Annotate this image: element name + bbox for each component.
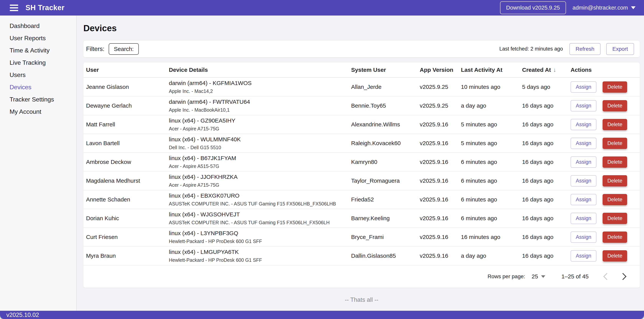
assign-button[interactable]: Assign [570,250,596,262]
sidebar-item-users[interactable]: Users [0,69,76,81]
pagination-range: 1–25 of 45 [562,273,588,280]
column-header-created-at[interactable]: Created At ↓ [522,67,570,73]
cell-app-version: v2025.9.16 [420,234,461,240]
delete-button[interactable]: Delete [602,156,627,168]
table-row: Jeanne Gislason darwin (arm64) - KGFMIA1… [84,78,640,96]
assign-button[interactable]: Assign [570,175,596,187]
last-fetched-text: Last fetched: 2 minutes ago [499,46,563,52]
table-row: Curt Friesen linux (x64) - L3YNPBF3GQ He… [84,228,640,247]
delete-button[interactable]: Delete [602,81,627,93]
assign-button[interactable]: Assign [570,232,596,243]
cell-system-user: Bryce_Frami [351,234,420,240]
download-button[interactable]: Download v2025.9.25 [500,1,566,14]
cell-created-at: 16 days ago [522,178,570,184]
sidebar-item-time-activity[interactable]: Time & Activity [0,44,76,56]
table-row: Matt Farrell linux (x64) - GZ90EA5IHY Ac… [84,115,640,134]
cell-system-user: Alexandrine.Willms [351,121,420,128]
rows-per-page-select[interactable]: 25 [532,273,545,280]
assign-button[interactable]: Assign [570,81,596,93]
delete-button[interactable]: Delete [602,250,627,262]
cell-actions: Assign Delete [570,138,640,149]
cell-app-version: v2025.9.16 [420,253,461,259]
assign-button[interactable]: Assign [570,194,596,205]
cell-last-activity-at: 16 minutes ago [461,234,522,240]
sidebar: DashboardUser ReportsTime & ActivityLive… [0,15,77,311]
delete-button[interactable]: Delete [602,100,627,111]
delete-button[interactable]: Delete [602,175,627,187]
assign-button[interactable]: Assign [570,156,596,168]
sidebar-item-user-reports[interactable]: User Reports [0,32,76,44]
cell-last-activity-at: 10 minutes ago [461,84,522,90]
device-id-text: linux (x64) - EBXGK07URO [169,192,351,199]
menu-icon[interactable] [10,4,18,11]
cell-user: Lavon Bartell [86,140,169,146]
search-filter-button[interactable]: Search: [109,43,139,55]
main-content: Devices Filters: Search: Last fetched: 2… [77,15,644,311]
sidebar-item-dashboard[interactable]: Dashboard [0,20,76,32]
cell-user: Dewayne Gerlach [86,102,169,109]
next-page-button[interactable] [620,273,626,280]
table-row: Dorian Kuhic linux (x64) - WJGSOHVEJT AS… [84,209,640,228]
cell-device-details: linux (x64) - L3YNPBF3GQ Hewlett-Packard… [169,230,351,244]
cell-created-at: 5 days ago [522,84,570,90]
pagination-bar: Rows per page: 25 1–25 of 45 [84,265,640,288]
app-version-text: v2025.10.02 [6,312,39,319]
device-model-text: Hewlett-Packard - HP ProDesk 600 G1 SFF [169,239,351,244]
refresh-button[interactable]: Refresh [570,43,600,55]
assign-button[interactable]: Assign [570,138,596,149]
assign-button[interactable]: Assign [570,213,596,224]
device-id-text: darwin (arm64) - KGFMIA1WOS [169,80,351,86]
cell-user: Myra Braun [86,253,169,259]
sidebar-item-devices[interactable]: Devices [0,81,76,93]
table-row: Annette Schaden linux (x64) - EBXGK07URO… [84,190,640,209]
app-window: SH Tracker Download v2025.9.25 admin@sht… [0,0,644,319]
cell-actions: Assign Delete [570,100,640,111]
device-model-text: Apple Inc. - Mac14,2 [169,88,351,94]
assign-button[interactable]: Assign [570,119,596,130]
sidebar-item-my-account[interactable]: My Account [0,105,76,118]
table-header: User Device Details System User App Vers… [84,62,640,78]
cell-user: Jeanne Gislason [86,84,169,90]
delete-button[interactable]: Delete [602,119,627,130]
delete-button[interactable]: Delete [602,213,627,224]
assign-button[interactable]: Assign [570,100,596,111]
cell-actions: Assign Delete [570,81,640,93]
table-body: Jeanne Gislason darwin (arm64) - KGFMIA1… [84,78,640,265]
column-header-system-user: System User [351,67,420,73]
cell-user: Curt Friesen [86,234,169,240]
cell-actions: Assign Delete [570,232,640,243]
chevron-down-icon [541,275,545,278]
column-header-user: User [86,67,169,73]
export-button[interactable]: Export [606,43,634,55]
delete-button[interactable]: Delete [602,232,627,243]
sidebar-item-tracker-settings[interactable]: Tracker Settings [0,93,76,105]
cell-created-at: 16 days ago [522,196,570,203]
cell-system-user: Raleigh.Kovacek60 [351,140,420,146]
device-model-text: Acer - Aspire A515-57G [169,164,351,169]
cell-device-details: linux (x64) - WULMMNF40K Dell Inc. - Del… [169,136,351,150]
cell-last-activity-at: 6 minutes ago [461,178,522,184]
sidebar-item-live-tracking[interactable]: Live Tracking [0,56,76,69]
created-at-label: Created At [522,67,551,73]
table-row: Myra Braun linux (x64) - LMGUPYA6TK Hewl… [84,247,640,265]
cell-device-details: linux (x64) - LMGUPYA6TK Hewlett-Packard… [169,249,351,263]
cell-user: Matt Farrell [86,121,169,128]
filters-label: Filters: [86,45,104,52]
delete-button[interactable]: Delete [602,194,627,205]
devices-table: User Device Details System User App Vers… [84,62,640,288]
cell-created-at: 16 days ago [522,121,570,128]
cell-system-user: Frieda52 [351,196,420,203]
cell-created-at: 16 days ago [522,102,570,109]
cell-device-details: darwin (arm64) - FWTRVATU64 Apple Inc. -… [169,99,351,113]
device-model-text: ASUSTeK COMPUTER INC. - ASUS TUF Gaming … [169,201,351,207]
table-row: Lavon Bartell linux (x64) - WULMMNF40K D… [84,134,640,153]
cell-system-user: Allan_Jerde [351,84,420,90]
rows-per-page-label: Rows per page: [488,274,525,280]
cell-device-details: linux (x64) - JJOFKHRZKA Acer - Aspire A… [169,174,351,188]
filters-card: Filters: Search: Last fetched: 2 minutes… [84,40,640,57]
account-menu[interactable]: admin@shtracker.com [572,4,636,11]
device-model-text: Dell Inc. - Dell G15 5510 [169,145,351,150]
delete-button[interactable]: Delete [602,138,627,149]
cell-actions: Assign Delete [570,213,640,224]
page-title: Devices [84,22,640,34]
